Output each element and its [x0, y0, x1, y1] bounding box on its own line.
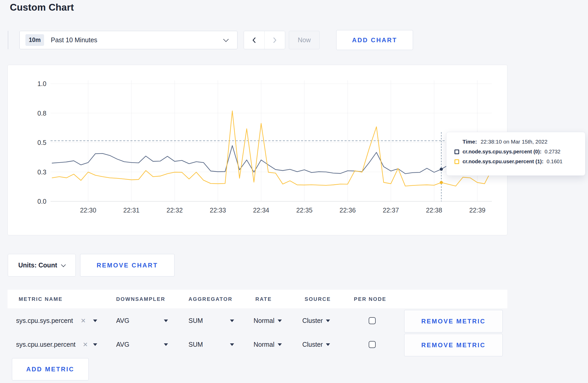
series-sys-legend-swatch-icon — [454, 150, 459, 154]
metric-name-select[interactable]: sys.cpu.user.percent — [16, 332, 75, 357]
caret-down-icon[interactable] — [230, 332, 234, 357]
svg-text:0.3: 0.3 — [37, 168, 46, 176]
tooltip-series-value: 0.2732 — [545, 149, 561, 155]
svg-text:22:39: 22:39 — [469, 207, 486, 214]
svg-text:22:33: 22:33 — [210, 207, 226, 214]
svg-text:1.0: 1.0 — [37, 80, 46, 87]
tooltip-time-label: Time: — [463, 139, 477, 145]
metric-row: sys.cpu.sys.percent ✕ AVG SUM Normal Clu… — [8, 308, 507, 333]
col-header-downsampler: DOWNSAMPLER — [116, 290, 165, 308]
page-title: Custom Chart — [10, 2, 74, 13]
aggregator-select[interactable]: SUM — [188, 332, 203, 357]
svg-text:22:30: 22:30 — [80, 207, 96, 214]
caret-down-icon[interactable] — [230, 308, 234, 333]
tooltip-series-name: cr.node.sys.cpu.sys.percent (0): — [463, 149, 542, 155]
tooltip-time-row: Time:22:38:10 on Mar 15th, 2022 — [463, 139, 585, 145]
svg-text:22:31: 22:31 — [123, 207, 140, 214]
clear-metric-icon[interactable]: ✕ — [81, 308, 86, 333]
chevron-down-icon — [223, 37, 229, 42]
downsampler-select[interactable]: AVG — [116, 308, 129, 333]
time-window-dropdown[interactable]: 10m Past 10 Minutes — [19, 31, 237, 49]
tooltip-series-value: 0.1601 — [547, 159, 562, 165]
tooltip-series-row: cr.node.sys.cpu.sys.percent (0): 0.2732 — [454, 149, 585, 155]
add-chart-button[interactable]: ADD CHART — [336, 30, 413, 50]
col-header-metric-name: METRIC NAME — [19, 290, 63, 308]
timeseries-chart[interactable]: 0.00.30.50.81.022:3022:3122:3222:3322:34… — [8, 65, 507, 235]
remove-metric-button[interactable]: REMOVE METRIC — [404, 310, 503, 332]
svg-text:0.8: 0.8 — [37, 110, 46, 117]
svg-text:22:35: 22:35 — [296, 207, 313, 214]
units-dropdown[interactable]: Units: Count — [8, 254, 76, 276]
col-header-source: SOURCE — [305, 290, 331, 308]
col-header-per-node: PER NODE — [354, 290, 386, 308]
metrics-table-header: METRIC NAME DOWNSAMPLER AGGREGATOR RATE … — [8, 290, 507, 308]
svg-text:0.5: 0.5 — [37, 139, 46, 146]
caret-down-icon[interactable] — [93, 332, 97, 357]
col-header-aggregator: AGGREGATOR — [188, 290, 233, 308]
remove-metric-button[interactable]: REMOVE METRIC — [404, 334, 503, 356]
rate-select[interactable]: Normal — [254, 308, 282, 333]
metric-name-select[interactable]: sys.cpu.sys.percent — [16, 308, 73, 333]
tooltip-series-name: cr.node.sys.cpu.user.percent (1): — [463, 159, 543, 165]
svg-text:0.0: 0.0 — [37, 198, 46, 205]
caret-down-icon[interactable] — [93, 308, 97, 333]
svg-text:22:36: 22:36 — [340, 207, 356, 214]
time-window-badge: 10m — [25, 34, 44, 46]
metric-row: sys.cpu.user.percent ✕ AVG SUM Normal Cl… — [8, 332, 507, 357]
col-header-rate: RATE — [255, 290, 272, 308]
svg-text:22:38: 22:38 — [426, 207, 442, 214]
chevron-right-icon — [272, 37, 278, 43]
svg-text:22:32: 22:32 — [166, 207, 183, 214]
chevron-left-icon — [251, 37, 257, 43]
per-node-checkbox[interactable] — [369, 332, 376, 357]
per-node-checkbox[interactable] — [369, 308, 376, 333]
time-window-label: Past 10 Minutes — [51, 36, 97, 44]
add-metric-button[interactable]: ADD METRIC — [12, 358, 89, 380]
caret-down-icon[interactable] — [164, 308, 168, 333]
chart-hover-tooltip: Time:22:38:10 on Mar 15th, 2022 cr.node.… — [446, 132, 585, 176]
rate-select[interactable]: Normal — [254, 332, 282, 357]
chevron-down-icon — [61, 262, 66, 267]
clear-metric-icon[interactable]: ✕ — [83, 332, 88, 357]
toolbar-left-divider — [8, 31, 8, 49]
series-user-legend-swatch-icon — [454, 159, 459, 164]
aggregator-select[interactable]: SUM — [188, 308, 203, 333]
downsampler-select[interactable]: AVG — [116, 332, 129, 357]
prev-time-button[interactable] — [244, 31, 264, 49]
now-button[interactable]: Now — [289, 31, 320, 49]
tooltip-time-value: 22:38:10 on Mar 15th, 2022 — [481, 139, 548, 145]
svg-text:22:37: 22:37 — [383, 207, 399, 214]
remove-chart-button[interactable]: REMOVE CHART — [80, 254, 174, 276]
caret-down-icon[interactable] — [164, 332, 168, 357]
tooltip-series-row: cr.node.sys.cpu.user.percent (1): 0.1601 — [454, 159, 585, 165]
time-pager — [244, 31, 285, 49]
source-select[interactable]: Cluster — [302, 308, 330, 333]
source-select[interactable]: Cluster — [302, 332, 330, 357]
svg-text:22:34: 22:34 — [253, 207, 269, 214]
next-time-button[interactable] — [264, 31, 285, 49]
units-label: Units: Count — [18, 261, 57, 269]
